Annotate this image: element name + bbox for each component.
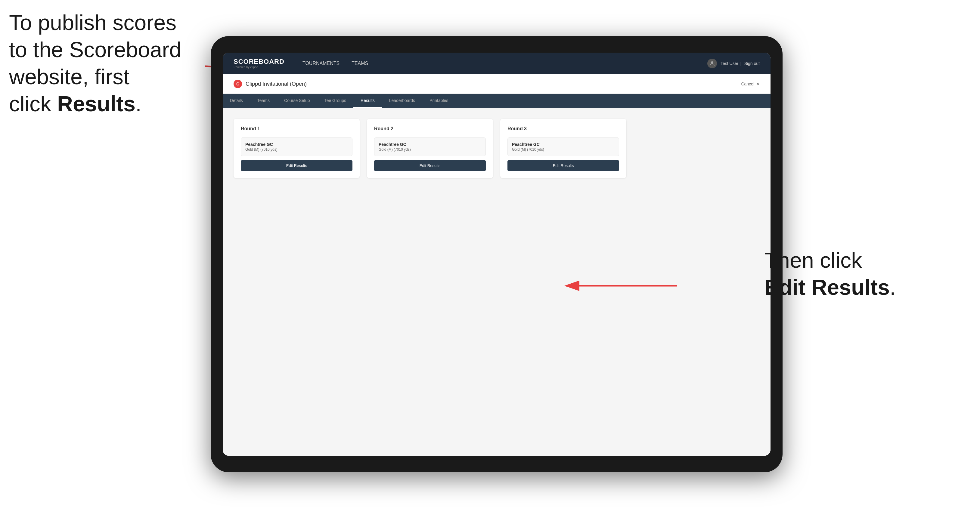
top-nav: SCOREBOARD Powered by clippd TOURNAMENTS… xyxy=(223,52,770,74)
nav-items: TOURNAMENTS TEAMS xyxy=(302,60,707,67)
round-card-3: Round 3 Peachtree GC Gold (M) (7010 yds)… xyxy=(500,119,626,178)
round-1-title: Round 1 xyxy=(241,126,352,132)
round-3-title: Round 3 xyxy=(508,126,619,132)
edit-results-btn-3[interactable]: Edit Results xyxy=(508,160,619,171)
round-3-course-details: Gold (M) (7010 yds) xyxy=(512,148,615,152)
user-name: Test User | xyxy=(721,61,741,66)
round-1-course-name: Peachtree GC xyxy=(245,142,348,147)
instruction-right: Then click Edit Results. xyxy=(765,247,896,301)
round-card-1: Round 1 Peachtree GC Gold (M) (7010 yds)… xyxy=(234,119,360,178)
instruction-results-bold: Results xyxy=(57,92,135,116)
round-card-2: Round 2 Peachtree GC Gold (M) (7010 yds)… xyxy=(367,119,493,178)
tournament-icon: C xyxy=(234,80,242,88)
sign-out-link[interactable]: Sign out xyxy=(745,61,760,66)
round-2-course-card: Peachtree GC Gold (M) (7010 yds) xyxy=(374,138,486,156)
user-avatar xyxy=(707,59,717,68)
avatar-icon xyxy=(710,61,715,66)
nav-teams[interactable]: TEAMS xyxy=(352,60,368,67)
main-content: Round 1 Peachtree GC Gold (M) (7010 yds)… xyxy=(223,108,770,456)
tab-printables[interactable]: Printables xyxy=(422,94,455,108)
round-2-title: Round 2 xyxy=(374,126,486,132)
tab-results[interactable]: Results xyxy=(353,94,382,108)
instruction-line4-prefix: click xyxy=(9,92,57,116)
round-3-course-card: Peachtree GC Gold (M) (7010 yds) xyxy=(508,138,619,156)
cancel-button[interactable]: Cancel ✕ xyxy=(741,81,760,86)
tablet-device: SCOREBOARD Powered by clippd TOURNAMENTS… xyxy=(211,36,783,472)
logo-sub: Powered by clippd xyxy=(234,65,285,69)
nav-user: Test User | Sign out xyxy=(707,59,760,68)
round-1-course-card: Peachtree GC Gold (M) (7010 yds) xyxy=(241,138,352,156)
tab-course-setup[interactable]: Course Setup xyxy=(277,94,317,108)
edit-results-btn-2[interactable]: Edit Results xyxy=(374,160,486,171)
instruction-edit-results-suffix: . xyxy=(890,275,896,299)
round-2-course-name: Peachtree GC xyxy=(379,142,481,147)
tab-details[interactable]: Details xyxy=(223,94,250,108)
instruction-line2: to the Scoreboard xyxy=(9,38,181,62)
tournament-header: C Clippd Invitational (Open) Cancel ✕ xyxy=(223,74,770,94)
tab-tee-groups[interactable]: Tee Groups xyxy=(317,94,353,108)
tablet-screen: SCOREBOARD Powered by clippd TOURNAMENTS… xyxy=(223,52,770,456)
tournament-title-row: C Clippd Invitational (Open) xyxy=(234,80,307,88)
empty-column xyxy=(633,119,760,178)
tab-teams[interactable]: Teams xyxy=(250,94,277,108)
tournament-name: Clippd Invitational (Open) xyxy=(246,81,307,87)
cancel-label: Cancel xyxy=(741,81,754,86)
logo-text: SCOREBOARD xyxy=(234,58,285,65)
round-1-course-details: Gold (M) (7010 yds) xyxy=(245,148,348,152)
round-2-course-details: Gold (M) (7010 yds) xyxy=(379,148,481,152)
instruction-edit-results-bold: Edit Results xyxy=(765,275,890,299)
svg-point-1 xyxy=(711,61,713,64)
rounds-grid: Round 1 Peachtree GC Gold (M) (7010 yds)… xyxy=(234,119,760,178)
instruction-left: To publish scores to the Scoreboard webs… xyxy=(9,9,181,117)
tab-bar: Details Teams Course Setup Tee Groups Re… xyxy=(223,94,770,108)
instruction-line1: To publish scores xyxy=(9,11,177,35)
instruction-then-click: Then click xyxy=(765,248,862,272)
instruction-line4-suffix: . xyxy=(135,92,142,116)
nav-tournaments[interactable]: TOURNAMENTS xyxy=(302,60,339,67)
round-3-course-name: Peachtree GC xyxy=(512,142,615,147)
instruction-line3: website, first xyxy=(9,65,129,89)
logo-area: SCOREBOARD Powered by clippd xyxy=(234,58,285,69)
edit-results-btn-1[interactable]: Edit Results xyxy=(241,160,352,171)
tab-leaderboards[interactable]: Leaderboards xyxy=(382,94,422,108)
close-icon: ✕ xyxy=(756,81,760,86)
